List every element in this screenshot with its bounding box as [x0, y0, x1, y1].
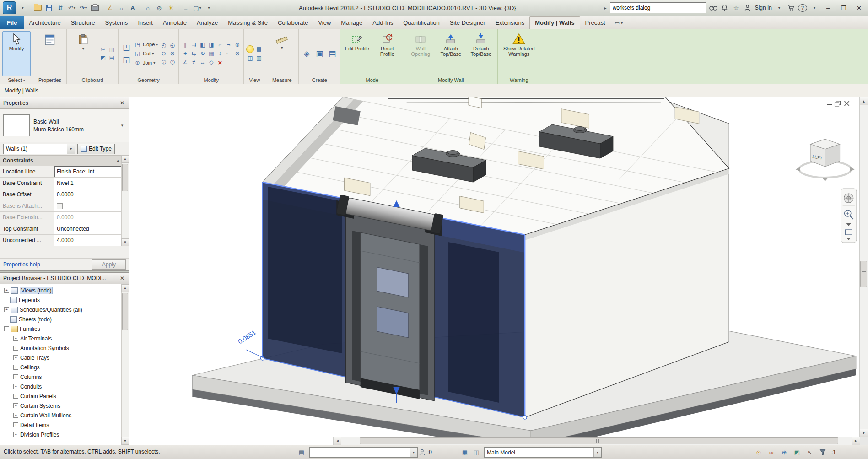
expander-icon[interactable]: +: [13, 374, 18, 379]
design-options-icon[interactable]: ◫: [472, 448, 480, 456]
aligned-dimension-icon[interactable]: ↔: [116, 3, 126, 13]
scroll-right-icon[interactable]: ►: [852, 437, 860, 445]
expander-icon[interactable]: +: [13, 346, 18, 351]
properties-close-icon[interactable]: ✕: [119, 99, 126, 107]
tree-item-sheets[interactable]: Sheets (todo): [2, 314, 121, 324]
tree-item-ceilings[interactable]: +Ceilings: [2, 362, 121, 372]
tab-site-designer[interactable]: Site Designer: [445, 16, 491, 29]
tree-item-air-terminals[interactable]: +Air Terminals: [2, 334, 121, 343]
unjoin-icon[interactable]: ⊖: [160, 50, 167, 57]
scale-icon[interactable]: ↕: [216, 50, 224, 57]
tree-item-curtain-panels[interactable]: +Curtain Panels: [2, 391, 121, 401]
tab-view[interactable]: View: [313, 16, 336, 29]
tree-item-views[interactable]: +Views (todo): [2, 286, 121, 295]
mirror-axis-icon[interactable]: ◧: [199, 41, 206, 49]
match-icon[interactable]: ◇: [207, 59, 215, 66]
wall-grip[interactable]: [523, 416, 527, 419]
section-icon[interactable]: ⊘: [154, 3, 164, 13]
type-selector-chevron-icon[interactable]: ▾: [119, 115, 126, 136]
base-is-attached-checkbox[interactable]: [57, 203, 63, 209]
maximize-button[interactable]: ❐: [837, 3, 850, 13]
editable-requests-icon[interactable]: [418, 448, 426, 456]
scroll-up-icon[interactable]: ▲: [121, 155, 129, 163]
wall-joins-icon[interactable]: ◴: [160, 42, 167, 49]
tab-collaborate[interactable]: Collaborate: [273, 16, 313, 29]
apply-coping-icon[interactable]: ◶: [160, 58, 167, 65]
property-row[interactable]: Base Offset 0.0000: [0, 189, 121, 200]
modify-button[interactable]: Modify: [2, 31, 31, 76]
tree-item-schedules[interactable]: +Schedules/Quantities (all): [2, 305, 121, 314]
expander-icon[interactable]: +: [13, 394, 18, 399]
design-option-select[interactable]: Main Model ▾: [484, 447, 602, 458]
cut-geometry-button[interactable]: ◲Cut▾: [134, 49, 158, 58]
expander-icon[interactable]: +: [13, 422, 18, 427]
tab-architecture[interactable]: Architecture: [24, 16, 65, 29]
create-similar-icon[interactable]: ▣: [314, 49, 325, 59]
design-option-chevron-icon[interactable]: ▾: [593, 448, 601, 457]
revit-logo[interactable]: R: [3, 1, 16, 14]
workset-chevron-icon[interactable]: ▾: [410, 448, 417, 457]
tab-add-ins[interactable]: Add-Ins: [367, 16, 398, 29]
vertical-scroll-thumb[interactable]: [860, 261, 867, 287]
property-row[interactable]: Base is Attach...: [0, 200, 121, 212]
trim-multiple-icon[interactable]: ≠: [190, 59, 198, 66]
array-icon[interactable]: ▦: [207, 50, 215, 57]
join-button[interactable]: ⊕Join▾: [134, 59, 158, 67]
project-browser-header[interactable]: Project Browser - ESTUDIO CFD_MODI... ✕: [0, 273, 129, 284]
paste-button[interactable]: ▾: [69, 31, 97, 76]
tab-massing-site[interactable]: Massing & Site: [223, 16, 273, 29]
split-face-icon[interactable]: ◱: [121, 55, 132, 65]
properties-help-link[interactable]: Properties help: [3, 261, 40, 268]
scroll-down-icon[interactable]: ▼: [860, 429, 868, 437]
element-filter-chevron-icon[interactable]: ▾: [67, 144, 75, 154]
ribbon-display-toggle[interactable]: ▭ ▾: [615, 20, 623, 29]
app-store-cart-icon[interactable]: [787, 3, 795, 12]
tab-annotate[interactable]: Annotate: [158, 16, 192, 29]
expander-icon[interactable]: +: [13, 403, 18, 408]
properties-scroll-thumb[interactable]: [122, 164, 128, 191]
show-related-warnings-button[interactable]: Show Related Warnings: [500, 31, 538, 76]
sign-in-button[interactable]: Sign In: [755, 5, 772, 11]
close-button[interactable]: ✕: [853, 3, 865, 13]
measure-button[interactable]: ▾: [268, 31, 296, 76]
rotate-icon[interactable]: ↻: [199, 50, 206, 57]
scroll-up-icon[interactable]: ▲: [121, 284, 129, 292]
expander-icon[interactable]: +: [13, 432, 18, 437]
trim-single-icon[interactable]: ∠: [181, 59, 189, 66]
expander-icon[interactable]: −: [4, 326, 9, 331]
properties-button[interactable]: [36, 31, 64, 76]
remove-coping-icon[interactable]: ◷: [168, 58, 176, 65]
help-chevron-icon[interactable]: ▾: [810, 3, 819, 12]
search-icon[interactable]: [709, 3, 717, 12]
active-workset-select[interactable]: ▾: [309, 447, 418, 458]
split-icon[interactable]: ⌐: [216, 41, 224, 49]
sign-in-chevron-icon[interactable]: ▾: [775, 3, 783, 12]
delete-icon[interactable]: ×: [216, 59, 224, 66]
demolish-icon[interactable]: ⊗: [168, 50, 176, 57]
tree-item-conduits[interactable]: +Conduits: [2, 382, 121, 391]
hide-lightbulb-icon[interactable]: [246, 45, 254, 53]
measure-icon[interactable]: ∠: [105, 3, 115, 13]
hide-elements-icon[interactable]: ◫: [246, 54, 254, 62]
element-filter-select[interactable]: Walls (1) ▾: [3, 144, 75, 154]
tab-file[interactable]: File: [0, 16, 24, 29]
sync-icon[interactable]: ⇵: [55, 3, 65, 13]
property-row[interactable]: Top Constraint Unconnected: [0, 223, 121, 235]
edit-profile-button[interactable]: Edit Profile: [343, 31, 371, 76]
tab-modify-walls[interactable]: Modify | Walls: [529, 16, 580, 29]
viewcube[interactable]: LEFT: [796, 139, 855, 181]
3d-scene[interactable]: 0.0851 LEFT: [129, 97, 860, 437]
browser-scrollbar[interactable]: ▲ ▼: [121, 284, 129, 445]
trim-corner-icon[interactable]: ⌙: [225, 50, 232, 57]
tree-item-detail-items[interactable]: +Detail Items: [2, 420, 121, 430]
tree-item-division-profiles[interactable]: +Division Profiles: [2, 430, 121, 439]
tree-item-families[interactable]: −Families: [2, 324, 121, 334]
drawing-area[interactable]: 0.0851 LEFT: [129, 97, 868, 445]
expander-icon[interactable]: +: [13, 336, 18, 341]
tab-manage[interactable]: Manage: [336, 16, 367, 29]
vertical-scrollbar[interactable]: ▲ ▼: [859, 97, 868, 437]
steering-wheel-button[interactable]: [844, 194, 853, 203]
mirror-pick-icon[interactable]: ◨: [207, 41, 215, 49]
property-row[interactable]: Base Extensio... 0.0000: [0, 212, 121, 223]
paste-aligned-icon[interactable]: ▤: [108, 54, 116, 61]
